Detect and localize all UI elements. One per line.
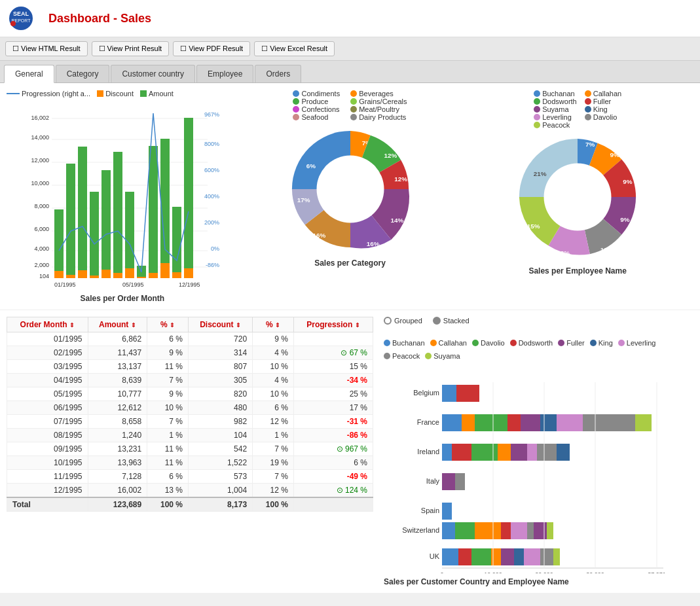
chart1-title: Sales per Order Month [7,294,238,303]
svg-rect-45 [113,273,122,278]
svg-text:14,000: 14,000 [31,134,49,141]
svg-rect-82 [442,414,462,431]
main-content: Progression (right a... Discount Amount … [0,83,700,593]
svg-text:0: 0 [440,571,443,573]
col-progression[interactable]: Progression ⇕ [293,317,373,332]
radio-grouped[interactable]: Grouped [384,317,422,325]
logo: SEAL REPORT [8,5,38,31]
legend-callahan: Callahan [585,90,621,98]
svg-text:12%: 12% [384,152,397,159]
svg-text:37,971: 37,971 [648,571,666,573]
svg-rect-88 [557,414,583,431]
svg-rect-114 [501,548,514,565]
svg-rect-107 [527,522,534,539]
tab-customer-country[interactable]: Customer country [111,65,195,82]
table-total-row: Total 123,689 100 % 8,173 100 % [7,497,373,512]
table-row: 04/1995 8,639 7 % 305 4 % -34 % [7,374,373,387]
table-row: 07/1995 8,658 7 % 982 12 % -31 % [7,415,373,429]
legend2-dodsworth: Dodsworth [510,339,553,347]
legend2-buchanan: Buchanan [384,339,425,347]
svg-rect-116 [524,548,540,565]
svg-text:30,000: 30,000 [586,571,604,573]
svg-text:05/1995: 05/1995 [122,281,144,288]
view-pdf-button[interactable]: ☐ View PDF Result [173,41,250,56]
chart-employee: Buchanan Dodsworth Suyama Leverling Peac… [462,90,693,303]
col-discount[interactable]: Discount ⇕ [188,317,252,332]
svg-rect-98 [557,444,570,461]
legend2-callahan: Callahan [430,339,467,347]
svg-rect-113 [491,548,501,565]
svg-text:10,000: 10,000 [484,571,502,573]
col-amt-pct[interactable]: % ⇕ [147,317,189,332]
col-disc-pct[interactable]: % ⇕ [253,317,294,332]
svg-rect-92 [452,444,471,461]
table-row: 06/1995 12,612 10 % 480 6 % 17 % [7,401,373,415]
svg-rect-103 [455,522,475,539]
svg-rect-111 [458,548,471,565]
table-row: 10/1995 13,963 11 % 1,522 19 % 6 % [7,456,373,470]
chart-category: Condiments Produce Confections Seafood B… [245,90,456,303]
tab-orders[interactable]: Orders [255,65,301,82]
tab-category[interactable]: Category [56,65,110,82]
radio-stacked[interactable]: Stacked [433,317,470,325]
col-amount[interactable]: Amount ⇕ [88,317,147,332]
svg-text:Spain: Spain [420,507,439,514]
svg-rect-100 [455,473,465,490]
chart-order-month: Progression (right a... Discount Amount … [7,90,238,303]
svg-rect-95 [511,444,527,461]
svg-rect-106 [511,522,527,539]
svg-rect-28 [54,209,64,278]
country-employee-chart: Belgium France Ireland Italy Spain Switz… [401,364,676,573]
legend-suyama: Suyama [534,105,577,113]
legend-progression: Progression (right a... [7,90,90,98]
svg-text:7%: 7% [585,141,595,148]
svg-rect-93 [471,444,498,461]
chart1-legend: Progression (right a... Discount Amount [7,90,238,98]
legend-discount: Discount [97,90,134,98]
view-print-button[interactable]: ☐ View Print Result [92,41,170,56]
svg-text:16%: 16% [312,232,325,239]
legend-dodsworth: Dodsworth [534,98,577,105]
svg-text:Italy: Italy [426,477,439,485]
svg-text:104: 104 [39,273,49,279]
svg-rect-51 [184,268,193,278]
svg-text:400%: 400% [204,193,219,200]
table-row: 05/1995 10,777 9 % 820 10 % 25 % [7,387,373,401]
svg-rect-44 [101,270,111,278]
svg-text:20,000: 20,000 [535,571,553,573]
svg-rect-39 [184,118,193,278]
table-row: 12/1995 16,002 13 % 1,004 12 % ⊙ 124 % [7,484,373,498]
table-row: 11/1995 7,128 6 % 573 7 % -49 % [7,470,373,484]
tab-bar: General Category Customer country Employ… [0,61,700,83]
legend-grains: Grains/Cereals [350,98,407,105]
svg-rect-85 [507,414,521,431]
chart-country-employee: Grouped Stacked Buchanan Callahan Davoli… [384,317,693,586]
svg-rect-102 [442,522,455,539]
svg-text:12%: 12% [394,175,407,183]
svg-text:6,000: 6,000 [34,226,49,232]
svg-rect-109 [547,522,553,539]
legend-davolio: Davolio [585,113,621,121]
tab-employee[interactable]: Employee [196,65,253,82]
svg-text:9%: 9% [610,151,620,158]
view-html-button[interactable]: ☐ View HTML Result [5,41,88,56]
svg-rect-29 [66,164,75,278]
svg-point-72 [544,164,612,231]
chart3-title: Sales per Employee Name [462,266,693,276]
view-excel-button[interactable]: ☐ View Excel Result [254,41,335,56]
svg-rect-34 [125,192,134,278]
legend-peacock: Peacock [534,121,577,129]
svg-text:01/1995: 01/1995 [54,281,76,288]
svg-text:Switzerland: Switzerland [402,526,439,534]
svg-rect-50 [172,272,181,278]
legend2-king: King [590,339,613,347]
svg-text:13%: 13% [557,249,570,257]
svg-rect-40 [54,271,64,278]
tab-general[interactable]: General [4,65,54,83]
svg-rect-31 [90,192,99,278]
category-donut-chart: 7% 12% 12% 14% 16% 16% 17% [285,124,416,255]
chart-controls: Grouped Stacked [384,317,470,325]
col-order-month[interactable]: Order Month ⇕ [7,317,88,332]
svg-text:16%: 16% [366,240,379,247]
svg-rect-86 [521,414,540,431]
